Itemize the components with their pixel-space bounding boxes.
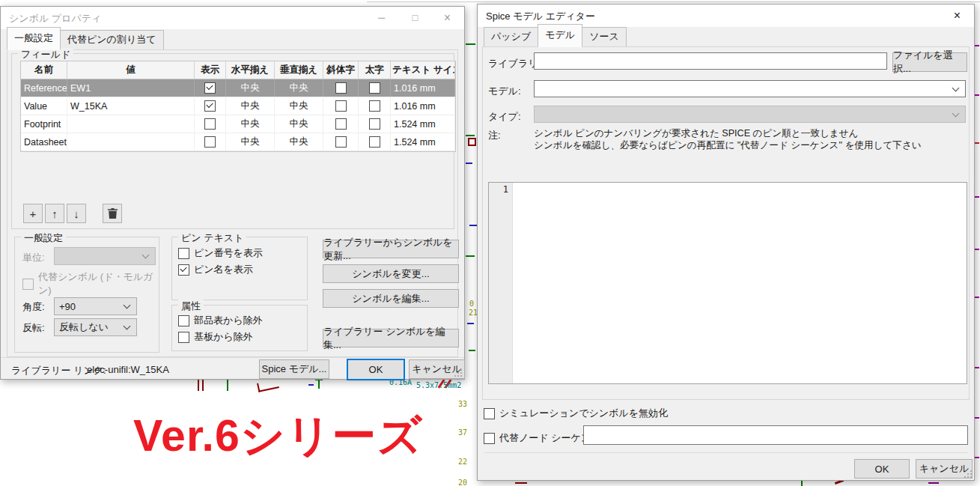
angle-select[interactable]: +90	[54, 297, 137, 315]
checkbox-icon	[178, 332, 189, 343]
fields-table: 名前 値 表示 水平揃え 垂直揃え 斜体字 太字 テキスト サイズ Refere…	[20, 61, 456, 152]
choose-file-button[interactable]: ファイルを選択...	[892, 52, 967, 72]
close-icon[interactable]: ×	[940, 4, 974, 27]
schematic-wire	[202, 380, 204, 391]
schematic-text-fragment	[975, 45, 979, 46]
show-checkbox[interactable]	[204, 100, 216, 112]
bold-checkbox[interactable]	[369, 100, 380, 112]
exclude-from-board-checkbox[interactable]: 基板から除外	[178, 330, 253, 344]
schematic-wire	[227, 379, 228, 391]
mirror-label: 反転:	[22, 321, 45, 335]
update-symbol-from-library-button[interactable]: ライブラリーからシンボルを更新...	[323, 240, 459, 258]
resize-grip[interactable]	[963, 469, 972, 478]
note-text: シンボル ピンのナンバリングが要求された SPICE のピン順と一致しません シ…	[534, 127, 953, 151]
unit-select	[54, 247, 156, 265]
table-row[interactable]: Datasheet 中央 中央 1.524 mm	[21, 133, 455, 151]
checkbox-icon	[178, 248, 189, 259]
delete-field-button[interactable]	[103, 204, 122, 223]
alternate-node-sequence-input[interactable]	[583, 425, 968, 445]
close-icon[interactable]: ×	[430, 7, 464, 29]
schematic-wire	[466, 255, 475, 257]
schematic-bus	[467, 323, 474, 324]
type-label: タイプ:	[488, 110, 521, 124]
schematic-text-fragment	[975, 142, 979, 144]
disable-symbol-checkbox[interactable]: シミュレーションでシンボルを無効化	[484, 407, 668, 420]
italic-checkbox[interactable]	[335, 136, 347, 148]
unit-label: 単位:	[22, 251, 45, 264]
note-label: 注:	[488, 129, 501, 142]
show-checkbox[interactable]	[204, 136, 216, 148]
resize-grip[interactable]	[453, 368, 462, 377]
edit-symbol-button[interactable]: シンボルを編集...	[323, 289, 459, 308]
show-checkbox[interactable]	[204, 118, 216, 130]
tab-general-settings[interactable]: 一般設定	[7, 27, 61, 50]
schematic-text-fragment	[928, 482, 939, 484]
schematic-bus	[308, 384, 314, 386]
tab-source[interactable]: ソース	[582, 27, 627, 47]
schematic-wire	[801, 480, 803, 486]
title-bar[interactable]: シンボル プロパティ ─ □ ×	[1, 7, 464, 29]
trash-icon	[108, 208, 118, 219]
schematic-text-fragment	[975, 249, 979, 250]
italic-checkbox[interactable]	[335, 100, 347, 112]
change-symbol-button[interactable]: シンボルを変更...	[323, 264, 459, 283]
model-label: モデル:	[488, 85, 521, 98]
tab-alternate-pin-assignment[interactable]: 代替ピンの割り当て	[60, 30, 164, 50]
code-area[interactable]	[513, 183, 967, 383]
demorgan-checkbox: 代替シンボル (ド・モルガン)	[22, 270, 159, 297]
schematic-bus	[469, 225, 477, 226]
schematic-text-fragment	[975, 94, 979, 96]
model-select[interactable]	[534, 80, 966, 97]
move-down-button[interactable]: ↓	[67, 204, 86, 223]
show-checkbox[interactable]	[204, 82, 216, 94]
bold-checkbox[interactable]	[369, 82, 380, 94]
checkbox-icon	[178, 264, 189, 276]
library-path-input[interactable]	[534, 52, 887, 70]
type-select	[534, 106, 966, 123]
schematic-grid-line	[367, 1, 980, 2]
tab-passive[interactable]: パッシブ	[484, 27, 538, 47]
library-link-value: elec-unifil:W_15KA	[87, 364, 169, 375]
footer-separator	[484, 452, 968, 453]
checkbox-icon	[484, 408, 495, 419]
attributes-group: 属性 部品表から除外 基板から除外	[171, 305, 308, 351]
schematic-symbol	[257, 379, 279, 392]
bold-checkbox[interactable]	[369, 118, 380, 130]
schematic-size-label: 5.3x7.5mm2	[416, 381, 461, 389]
table-row[interactable]: Value W_15KA 中央 中央 1.016 mm	[21, 97, 455, 115]
schematic-junction	[468, 138, 476, 146]
footer-separator	[1, 357, 464, 358]
spice-model-button[interactable]: Spice モデル...	[259, 359, 329, 379]
checkbox-icon	[484, 433, 495, 444]
edit-library-symbol-button[interactable]: ライブラリー シンボルを編集...	[323, 329, 459, 347]
move-up-button[interactable]: ↑	[45, 204, 64, 223]
schematic-wire	[466, 135, 475, 136]
schematic-number: 22	[458, 458, 467, 466]
schematic-wire	[515, 482, 527, 484]
maximize-icon[interactable]: □	[398, 7, 432, 29]
minimize-icon[interactable]: ─	[365, 7, 398, 29]
schematic-number: 37	[458, 428, 467, 437]
schematic-wire	[198, 380, 199, 391]
italic-checkbox[interactable]	[335, 118, 347, 130]
tab-model[interactable]: モデル	[538, 24, 582, 47]
table-row[interactable]: Footprint 中央 中央 1.524 mm	[21, 115, 455, 133]
mirror-select[interactable]: 反転しない	[54, 318, 137, 336]
table-row[interactable]: Reference EW1 中央 中央 1.016 mm	[21, 79, 455, 97]
dialog-title: シンボル プロパティ	[9, 12, 101, 25]
checkbox-icon	[178, 315, 189, 326]
checkbox-icon	[22, 279, 34, 290]
symbol-properties-dialog: シンボル プロパティ ─ □ × 一般設定 代替ピンの割り当て フィールド 名前…	[0, 6, 465, 380]
bold-checkbox[interactable]	[369, 136, 380, 148]
show-pin-names-checkbox[interactable]: ピン名を表示	[178, 263, 253, 276]
schematic-wire	[466, 43, 475, 45]
ok-button[interactable]: OK	[854, 459, 910, 479]
ok-button[interactable]: OK	[347, 359, 405, 380]
add-field-button[interactable]: +	[23, 204, 43, 223]
schematic-number: 0	[469, 300, 474, 308]
exclude-from-bom-checkbox[interactable]: 部品表から除外	[178, 314, 263, 327]
italic-checkbox[interactable]	[335, 82, 347, 94]
show-pin-numbers-checkbox[interactable]: ピン番号を表示	[178, 246, 263, 260]
schematic-number: 33	[458, 400, 467, 408]
model-code-editor[interactable]: 1	[488, 182, 967, 384]
